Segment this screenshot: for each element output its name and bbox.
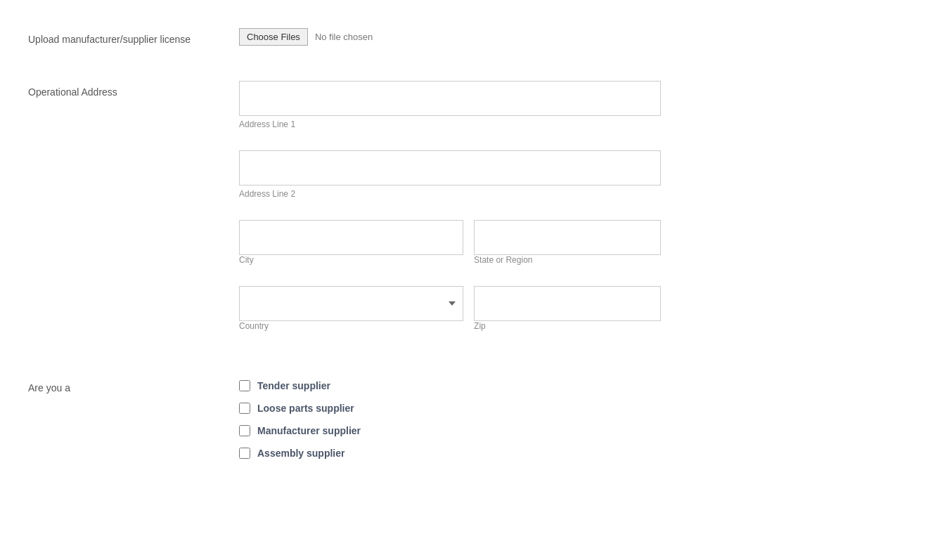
city-state-row: City State or Region (239, 220, 661, 275)
zip-input[interactable] (474, 286, 661, 321)
supplier-type-field-col: Tender supplier Loose parts supplier Man… (239, 377, 661, 459)
assembly-supplier-checkbox[interactable] (239, 448, 250, 459)
supplier-type-label: Are you a (28, 377, 239, 459)
city-group: City (239, 220, 463, 275)
address-line2-label: Address Line 2 (239, 189, 661, 199)
address-section: Operational Address Address Line 1 Addre… (0, 67, 940, 356)
address-line1-label: Address Line 1 (239, 119, 661, 129)
upload-label-text: Upload manufacturer/supplier license (28, 34, 191, 45)
supplier-type-section: Are you a Tender supplier Loose parts su… (0, 363, 940, 473)
city-input[interactable] (239, 220, 463, 255)
upload-field-col: Choose Files No file chosen (239, 28, 661, 46)
state-group: State or Region (474, 220, 661, 275)
country-select[interactable]: United States United Kingdom Canada Aust… (239, 286, 463, 321)
upload-label: Upload manufacturer/supplier license (28, 28, 239, 46)
no-file-text: No file chosen (315, 32, 373, 42)
choose-files-button[interactable]: Choose Files (239, 28, 308, 46)
upload-section: Upload manufacturer/supplier license Cho… (0, 14, 940, 60)
tender-supplier-item: Tender supplier (239, 380, 661, 391)
checkbox-group: Tender supplier Loose parts supplier Man… (239, 377, 661, 459)
zip-label: Zip (474, 321, 661, 331)
file-upload-row: Choose Files No file chosen (239, 28, 661, 46)
address-field-col: Address Line 1 Address Line 2 City State… (239, 81, 661, 341)
assembly-supplier-item: Assembly supplier (239, 448, 661, 459)
address-line1-group: Address Line 1 (239, 81, 661, 140)
address-label-text: Operational Address (28, 86, 117, 98)
address-label: Operational Address (28, 81, 239, 341)
manufacturer-supplier-checkbox[interactable] (239, 425, 250, 436)
manufacturer-supplier-label[interactable]: Manufacturer supplier (257, 425, 361, 436)
zip-group: Zip (474, 286, 661, 341)
loose-parts-supplier-label[interactable]: Loose parts supplier (257, 403, 354, 414)
address-line2-group: Address Line 2 (239, 150, 661, 209)
tender-supplier-checkbox[interactable] (239, 380, 250, 391)
address-line2-input[interactable] (239, 150, 661, 185)
state-input[interactable] (474, 220, 661, 255)
page-container: Upload manufacturer/supplier license Cho… (0, 0, 940, 560)
loose-parts-supplier-checkbox[interactable] (239, 403, 250, 414)
loose-parts-supplier-item: Loose parts supplier (239, 403, 661, 414)
address-line1-input[interactable] (239, 81, 661, 116)
assembly-supplier-label[interactable]: Assembly supplier (257, 448, 345, 459)
state-label: State or Region (474, 255, 661, 265)
supplier-type-label-text: Are you a (28, 382, 70, 393)
city-label: City (239, 255, 463, 265)
tender-supplier-label[interactable]: Tender supplier (257, 380, 330, 391)
manufacturer-supplier-item: Manufacturer supplier (239, 425, 661, 436)
country-group: United States United Kingdom Canada Aust… (239, 286, 463, 341)
country-zip-row: United States United Kingdom Canada Aust… (239, 286, 661, 341)
country-label: Country (239, 321, 463, 331)
